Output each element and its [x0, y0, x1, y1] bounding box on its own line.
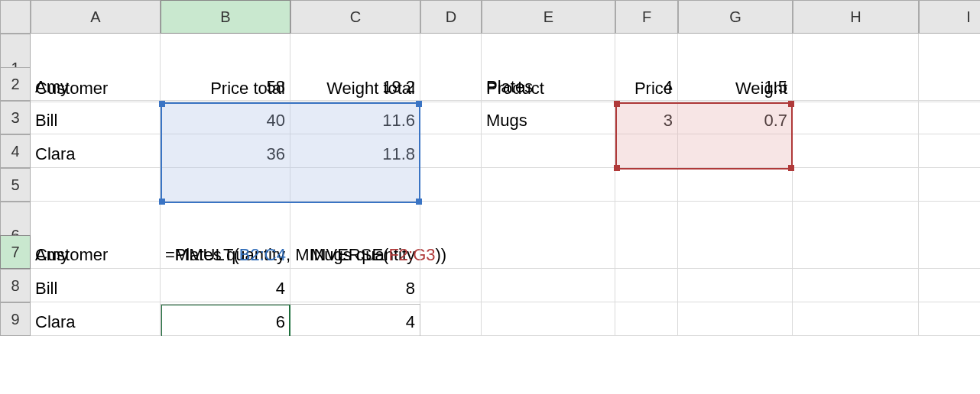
- cell-C2[interactable]: 19.2: [290, 67, 420, 101]
- row-header-9[interactable]: 9: [0, 302, 31, 336]
- cell-H8[interactable]: [793, 269, 919, 302]
- cell-D4[interactable]: [420, 134, 482, 168]
- cell-H9[interactable]: [793, 302, 919, 336]
- cell-D7[interactable]: [420, 235, 482, 269]
- cell-F3[interactable]: 3: [615, 101, 678, 134]
- cell-A7[interactable]: Amy: [31, 235, 161, 269]
- cell-D9[interactable]: [420, 302, 482, 336]
- cell-F8[interactable]: [615, 269, 678, 302]
- cell-D8[interactable]: [420, 269, 482, 302]
- cell-B2[interactable]: 58: [161, 67, 290, 101]
- cell-H2[interactable]: [793, 67, 919, 101]
- spreadsheet-grid[interactable]: A B C D E F G H I 1 Customer Price total…: [0, 0, 980, 336]
- cell-E3[interactable]: Mugs: [482, 101, 615, 134]
- cell-F9[interactable]: [615, 302, 678, 336]
- cell-B4[interactable]: 36: [161, 134, 290, 168]
- col-header-H[interactable]: H: [793, 0, 919, 34]
- cell-I9[interactable]: [919, 302, 980, 336]
- cell-B9[interactable]: 6: [161, 302, 290, 336]
- cell-G4[interactable]: [678, 134, 793, 168]
- cell-E2[interactable]: Plates: [482, 67, 615, 101]
- cell-A2[interactable]: Amy: [31, 67, 161, 101]
- col-header-I[interactable]: I: [919, 0, 980, 34]
- cell-H4[interactable]: [793, 134, 919, 168]
- cell-A5[interactable]: [31, 168, 161, 202]
- cell-G2[interactable]: 1.5: [678, 67, 793, 101]
- cell-C8[interactable]: 8: [290, 269, 420, 302]
- cell-A9[interactable]: Clara: [31, 302, 161, 336]
- cell-A8[interactable]: Bill: [31, 269, 161, 302]
- cell-D2[interactable]: [420, 67, 482, 101]
- cell-H5[interactable]: [793, 168, 919, 202]
- col-header-D[interactable]: D: [420, 0, 482, 34]
- cell-I4[interactable]: [919, 134, 980, 168]
- cell-B8[interactable]: 4: [161, 269, 290, 302]
- cell-I7[interactable]: [919, 235, 980, 269]
- cell-E9[interactable]: [482, 302, 615, 336]
- select-all-corner[interactable]: [0, 0, 31, 34]
- cell-I3[interactable]: [919, 101, 980, 134]
- cell-A4[interactable]: Clara: [31, 134, 161, 168]
- cell-G8[interactable]: [678, 269, 793, 302]
- col-header-E[interactable]: E: [482, 0, 615, 34]
- cell-G5[interactable]: [678, 168, 793, 202]
- cell-E4[interactable]: [482, 134, 615, 168]
- row-header-4[interactable]: 4: [0, 134, 31, 168]
- cell-C9[interactable]: 4: [290, 302, 420, 336]
- col-header-B[interactable]: B: [161, 0, 290, 34]
- cell-A3[interactable]: Bill: [31, 101, 161, 134]
- row-header-7[interactable]: 7: [0, 235, 31, 269]
- col-header-C[interactable]: C: [290, 0, 420, 34]
- cell-I5[interactable]: [919, 168, 980, 202]
- row-header-2[interactable]: 2: [0, 67, 31, 101]
- cell-F2[interactable]: 4: [615, 67, 678, 101]
- cell-C7[interactable]: [290, 235, 420, 269]
- cell-H3[interactable]: [793, 101, 919, 134]
- cell-B3[interactable]: 40: [161, 101, 290, 134]
- cell-H7[interactable]: [793, 235, 919, 269]
- cell-F5[interactable]: [615, 168, 678, 202]
- cell-B5[interactable]: [161, 168, 290, 202]
- row-header-5[interactable]: 5: [0, 168, 31, 202]
- row-header-3[interactable]: 3: [0, 101, 31, 134]
- cell-B7-formula[interactable]: =MMULT(B2:C4, MINVERSE(F2:G3)): [161, 235, 290, 269]
- col-header-F[interactable]: F: [615, 0, 678, 34]
- cell-C3[interactable]: 11.6: [290, 101, 420, 134]
- cell-G9[interactable]: [678, 302, 793, 336]
- row-header-8[interactable]: 8: [0, 269, 31, 302]
- cell-I2[interactable]: [919, 67, 980, 101]
- col-header-A[interactable]: A: [31, 0, 161, 34]
- cell-G3[interactable]: 0.7: [678, 101, 793, 134]
- cell-D3[interactable]: [420, 101, 482, 134]
- cell-F7[interactable]: [615, 235, 678, 269]
- cell-G7[interactable]: [678, 235, 793, 269]
- cell-E7[interactable]: [482, 235, 615, 269]
- cell-C5[interactable]: [290, 168, 420, 202]
- col-header-G[interactable]: G: [678, 0, 793, 34]
- cell-D5[interactable]: [420, 168, 482, 202]
- cell-F4[interactable]: [615, 134, 678, 168]
- cell-I8[interactable]: [919, 269, 980, 302]
- cell-E5[interactable]: [482, 168, 615, 202]
- cell-E8[interactable]: [482, 269, 615, 302]
- cell-C4[interactable]: 11.8: [290, 134, 420, 168]
